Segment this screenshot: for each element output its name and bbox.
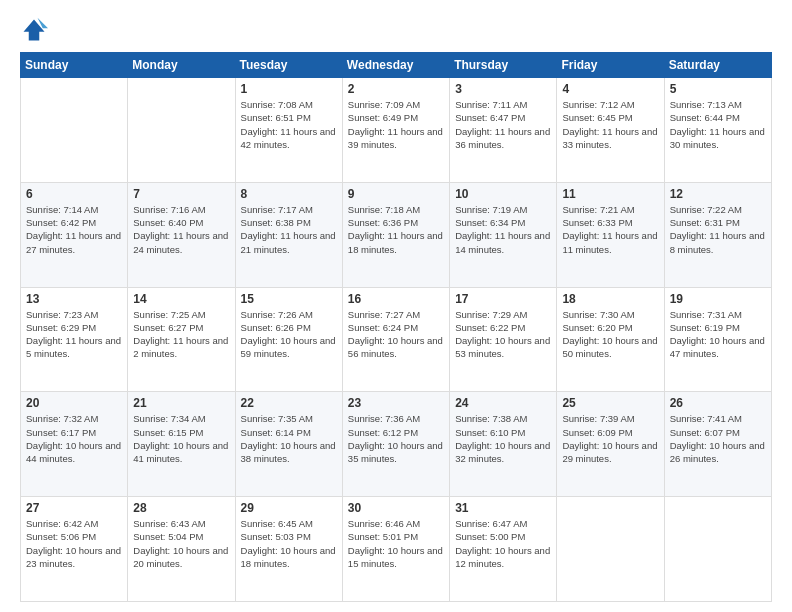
calendar-cell: 22Sunrise: 7:35 AM Sunset: 6:14 PM Dayli… (235, 392, 342, 497)
day-info: Sunrise: 7:25 AM Sunset: 6:27 PM Dayligh… (133, 308, 229, 361)
day-info: Sunrise: 7:26 AM Sunset: 6:26 PM Dayligh… (241, 308, 337, 361)
calendar-cell: 21Sunrise: 7:34 AM Sunset: 6:15 PM Dayli… (128, 392, 235, 497)
day-info: Sunrise: 7:19 AM Sunset: 6:34 PM Dayligh… (455, 203, 551, 256)
calendar-cell: 13Sunrise: 7:23 AM Sunset: 6:29 PM Dayli… (21, 287, 128, 392)
calendar-cell (128, 78, 235, 183)
weekday-header: Wednesday (342, 53, 449, 78)
day-info: Sunrise: 7:12 AM Sunset: 6:45 PM Dayligh… (562, 98, 658, 151)
calendar-cell: 31Sunrise: 6:47 AM Sunset: 5:00 PM Dayli… (450, 497, 557, 602)
calendar-cell: 15Sunrise: 7:26 AM Sunset: 6:26 PM Dayli… (235, 287, 342, 392)
day-number: 15 (241, 292, 337, 306)
day-number: 17 (455, 292, 551, 306)
calendar-cell: 28Sunrise: 6:43 AM Sunset: 5:04 PM Dayli… (128, 497, 235, 602)
day-number: 11 (562, 187, 658, 201)
day-info: Sunrise: 7:09 AM Sunset: 6:49 PM Dayligh… (348, 98, 444, 151)
calendar-week-row: 13Sunrise: 7:23 AM Sunset: 6:29 PM Dayli… (21, 287, 772, 392)
calendar-cell: 16Sunrise: 7:27 AM Sunset: 6:24 PM Dayli… (342, 287, 449, 392)
calendar-cell: 9Sunrise: 7:18 AM Sunset: 6:36 PM Daylig… (342, 182, 449, 287)
day-number: 13 (26, 292, 122, 306)
day-info: Sunrise: 7:17 AM Sunset: 6:38 PM Dayligh… (241, 203, 337, 256)
calendar-cell: 8Sunrise: 7:17 AM Sunset: 6:38 PM Daylig… (235, 182, 342, 287)
day-info: Sunrise: 6:47 AM Sunset: 5:00 PM Dayligh… (455, 517, 551, 570)
day-number: 21 (133, 396, 229, 410)
calendar-week-row: 1Sunrise: 7:08 AM Sunset: 6:51 PM Daylig… (21, 78, 772, 183)
calendar-cell: 19Sunrise: 7:31 AM Sunset: 6:19 PM Dayli… (664, 287, 771, 392)
calendar-cell: 2Sunrise: 7:09 AM Sunset: 6:49 PM Daylig… (342, 78, 449, 183)
calendar-table: SundayMondayTuesdayWednesdayThursdayFrid… (20, 52, 772, 602)
calendar-cell: 29Sunrise: 6:45 AM Sunset: 5:03 PM Dayli… (235, 497, 342, 602)
day-info: Sunrise: 7:21 AM Sunset: 6:33 PM Dayligh… (562, 203, 658, 256)
calendar-week-row: 6Sunrise: 7:14 AM Sunset: 6:42 PM Daylig… (21, 182, 772, 287)
day-number: 19 (670, 292, 766, 306)
day-info: Sunrise: 7:22 AM Sunset: 6:31 PM Dayligh… (670, 203, 766, 256)
calendar-cell (21, 78, 128, 183)
calendar-cell: 25Sunrise: 7:39 AM Sunset: 6:09 PM Dayli… (557, 392, 664, 497)
day-info: Sunrise: 7:34 AM Sunset: 6:15 PM Dayligh… (133, 412, 229, 465)
day-info: Sunrise: 7:08 AM Sunset: 6:51 PM Dayligh… (241, 98, 337, 151)
day-number: 23 (348, 396, 444, 410)
day-number: 27 (26, 501, 122, 515)
day-number: 6 (26, 187, 122, 201)
day-number: 3 (455, 82, 551, 96)
day-info: Sunrise: 7:31 AM Sunset: 6:19 PM Dayligh… (670, 308, 766, 361)
day-number: 9 (348, 187, 444, 201)
calendar-cell: 26Sunrise: 7:41 AM Sunset: 6:07 PM Dayli… (664, 392, 771, 497)
weekday-header: Thursday (450, 53, 557, 78)
weekday-header: Friday (557, 53, 664, 78)
weekday-header: Monday (128, 53, 235, 78)
day-number: 24 (455, 396, 551, 410)
day-info: Sunrise: 7:23 AM Sunset: 6:29 PM Dayligh… (26, 308, 122, 361)
calendar-cell: 17Sunrise: 7:29 AM Sunset: 6:22 PM Dayli… (450, 287, 557, 392)
calendar-cell (557, 497, 664, 602)
day-info: Sunrise: 7:36 AM Sunset: 6:12 PM Dayligh… (348, 412, 444, 465)
day-info: Sunrise: 6:45 AM Sunset: 5:03 PM Dayligh… (241, 517, 337, 570)
logo (20, 16, 52, 44)
header (20, 16, 772, 44)
day-number: 2 (348, 82, 444, 96)
day-info: Sunrise: 7:14 AM Sunset: 6:42 PM Dayligh… (26, 203, 122, 256)
day-number: 26 (670, 396, 766, 410)
day-info: Sunrise: 7:27 AM Sunset: 6:24 PM Dayligh… (348, 308, 444, 361)
calendar-header-row: SundayMondayTuesdayWednesdayThursdayFrid… (21, 53, 772, 78)
day-number: 18 (562, 292, 658, 306)
day-number: 7 (133, 187, 229, 201)
day-number: 8 (241, 187, 337, 201)
day-number: 4 (562, 82, 658, 96)
calendar-cell: 24Sunrise: 7:38 AM Sunset: 6:10 PM Dayli… (450, 392, 557, 497)
page: SundayMondayTuesdayWednesdayThursdayFrid… (0, 0, 792, 612)
day-info: Sunrise: 7:29 AM Sunset: 6:22 PM Dayligh… (455, 308, 551, 361)
calendar-cell: 20Sunrise: 7:32 AM Sunset: 6:17 PM Dayli… (21, 392, 128, 497)
day-number: 25 (562, 396, 658, 410)
day-info: Sunrise: 6:46 AM Sunset: 5:01 PM Dayligh… (348, 517, 444, 570)
day-info: Sunrise: 6:42 AM Sunset: 5:06 PM Dayligh… (26, 517, 122, 570)
calendar-week-row: 20Sunrise: 7:32 AM Sunset: 6:17 PM Dayli… (21, 392, 772, 497)
calendar-cell: 27Sunrise: 6:42 AM Sunset: 5:06 PM Dayli… (21, 497, 128, 602)
day-info: Sunrise: 6:43 AM Sunset: 5:04 PM Dayligh… (133, 517, 229, 570)
calendar-cell: 1Sunrise: 7:08 AM Sunset: 6:51 PM Daylig… (235, 78, 342, 183)
calendar-cell: 30Sunrise: 6:46 AM Sunset: 5:01 PM Dayli… (342, 497, 449, 602)
day-number: 10 (455, 187, 551, 201)
day-info: Sunrise: 7:18 AM Sunset: 6:36 PM Dayligh… (348, 203, 444, 256)
day-number: 22 (241, 396, 337, 410)
day-number: 20 (26, 396, 122, 410)
day-info: Sunrise: 7:38 AM Sunset: 6:10 PM Dayligh… (455, 412, 551, 465)
day-number: 1 (241, 82, 337, 96)
day-info: Sunrise: 7:30 AM Sunset: 6:20 PM Dayligh… (562, 308, 658, 361)
weekday-header: Sunday (21, 53, 128, 78)
day-number: 5 (670, 82, 766, 96)
day-info: Sunrise: 7:13 AM Sunset: 6:44 PM Dayligh… (670, 98, 766, 151)
calendar-cell: 18Sunrise: 7:30 AM Sunset: 6:20 PM Dayli… (557, 287, 664, 392)
day-info: Sunrise: 7:11 AM Sunset: 6:47 PM Dayligh… (455, 98, 551, 151)
calendar-week-row: 27Sunrise: 6:42 AM Sunset: 5:06 PM Dayli… (21, 497, 772, 602)
calendar-cell: 5Sunrise: 7:13 AM Sunset: 6:44 PM Daylig… (664, 78, 771, 183)
logo-icon (20, 16, 48, 44)
day-info: Sunrise: 7:41 AM Sunset: 6:07 PM Dayligh… (670, 412, 766, 465)
calendar-cell: 14Sunrise: 7:25 AM Sunset: 6:27 PM Dayli… (128, 287, 235, 392)
calendar-cell: 6Sunrise: 7:14 AM Sunset: 6:42 PM Daylig… (21, 182, 128, 287)
day-number: 31 (455, 501, 551, 515)
calendar-cell: 10Sunrise: 7:19 AM Sunset: 6:34 PM Dayli… (450, 182, 557, 287)
day-number: 12 (670, 187, 766, 201)
calendar-cell: 7Sunrise: 7:16 AM Sunset: 6:40 PM Daylig… (128, 182, 235, 287)
calendar-cell: 23Sunrise: 7:36 AM Sunset: 6:12 PM Dayli… (342, 392, 449, 497)
day-number: 28 (133, 501, 229, 515)
